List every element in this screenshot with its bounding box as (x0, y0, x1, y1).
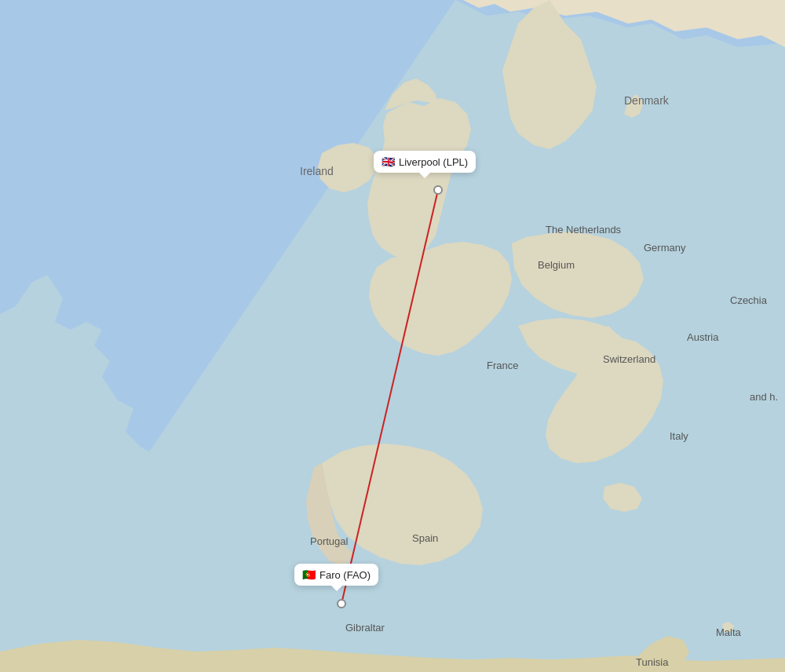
faro-label: 🇵🇹 Faro (FAO) (294, 564, 378, 586)
map-svg (0, 0, 785, 672)
map-container: 🇬🇧 Liverpool (LPL) 🇵🇹 Faro (FAO) Ireland… (0, 0, 785, 672)
liverpool-label: 🇬🇧 Liverpool (LPL) (374, 151, 476, 173)
svg-point-2 (434, 186, 442, 194)
uk-flag-icon: 🇬🇧 (382, 155, 395, 168)
portugal-flag-icon: 🇵🇹 (302, 568, 316, 581)
svg-point-3 (338, 600, 345, 608)
liverpool-label-text: Liverpool (LPL) (399, 156, 468, 168)
faro-label-text: Faro (FAO) (319, 569, 371, 581)
